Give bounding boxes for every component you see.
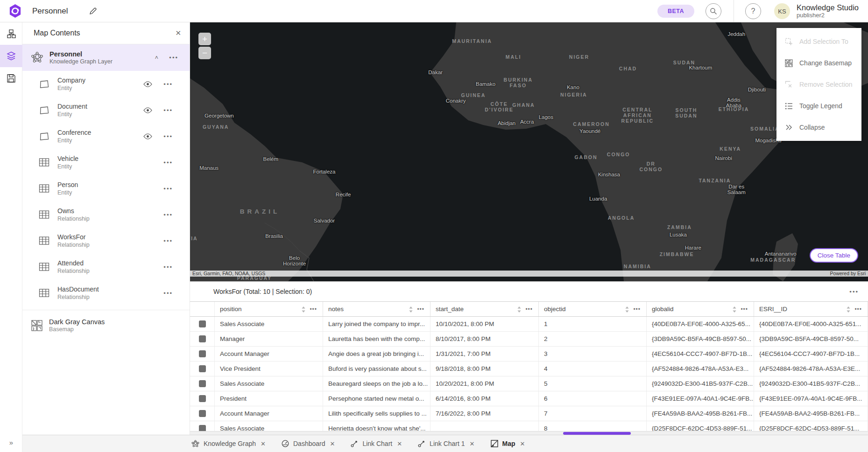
sort-icon[interactable] (517, 306, 522, 313)
column-options-icon[interactable]: ••• (525, 306, 533, 313)
layer-name: Company (57, 76, 85, 84)
tab-close-icon[interactable]: ✕ (397, 440, 402, 447)
tab-knowledge-graph[interactable]: Knowledge Graph ✕ (191, 440, 266, 448)
table-body: Sales Associate Larry joined the company… (190, 317, 868, 438)
data-model-button[interactable] (0, 22, 22, 45)
column-options-icon[interactable]: ••• (741, 306, 748, 313)
select-all-cell[interactable] (190, 302, 215, 316)
layer-options-icon[interactable]: ••• (163, 211, 173, 218)
help-button[interactable]: ? (745, 3, 761, 19)
table-options-icon[interactable]: ••• (849, 288, 859, 295)
avatar[interactable]: KS (774, 3, 790, 19)
column-options-icon[interactable]: ••• (310, 306, 317, 313)
layer-options-icon[interactable]: ••• (163, 237, 173, 244)
layer-type: Entity (57, 111, 87, 118)
row-checkbox[interactable] (199, 335, 206, 342)
column-header-notes[interactable]: notes ••• (323, 302, 430, 316)
expand-rail-button[interactable]: » (0, 435, 22, 449)
tab-label: Link Chart (362, 440, 392, 447)
collapse-layer-icon[interactable]: ˄ (155, 54, 158, 61)
layer-item-conference[interactable]: Conference Entity ••• (22, 123, 190, 149)
table-row[interactable]: Sales Associate Larry joined the company… (190, 317, 868, 332)
row-checkbox[interactable] (199, 350, 206, 357)
layer-options-icon[interactable]: ••• (163, 185, 173, 192)
table-row[interactable]: Sales Associate Beauregard sleeps on the… (190, 376, 868, 391)
layer-options-icon[interactable]: ••• (163, 290, 173, 297)
cell-start-date: 8/10/2017, 8:00 PM (430, 332, 539, 346)
table-row[interactable]: Manager Lauretta has been with the comp.… (190, 332, 868, 347)
layer-options-icon[interactable]: ••• (163, 159, 173, 166)
zoom-in-button[interactable]: + (198, 33, 211, 45)
tab-link-chart[interactable]: Link Chart ✕ (351, 440, 402, 447)
table-row[interactable]: President Persephone started new metal o… (190, 391, 868, 406)
map-contents-panel: Map Contents ✕ Personnel Knowledge Graph… (22, 22, 190, 435)
layer-item-personnel[interactable]: Personnel Knowledge Graph Layer ˄ ••• (22, 44, 190, 71)
layer-item-person[interactable]: Person Entity ••• (22, 175, 190, 202)
column-header-globalid[interactable]: globalid ••• (647, 302, 754, 316)
edit-title-icon[interactable] (89, 7, 97, 15)
layer-type: Entity (57, 84, 85, 92)
close-panel-icon[interactable]: ✕ (175, 29, 181, 37)
column-options-icon[interactable]: ••• (854, 306, 862, 313)
layer-item-company[interactable]: Company Entity ••• (22, 71, 190, 97)
sort-icon[interactable] (625, 306, 629, 313)
table-row[interactable]: Vice President Buford is very passionate… (190, 362, 868, 376)
layer-item-worksfor[interactable]: WorksFor Relationship ••• (22, 228, 190, 254)
row-checkbox[interactable] (199, 395, 206, 402)
layer-options-icon[interactable]: ••• (169, 54, 178, 61)
layer-options-icon[interactable]: ••• (163, 264, 173, 271)
close-table-button[interactable]: Close Table (810, 248, 858, 263)
column-header-objectid[interactable]: objectid ••• (539, 302, 647, 316)
visibility-eye-icon[interactable] (143, 133, 152, 139)
layer-item-owns[interactable]: Owns Relationship ••• (22, 202, 190, 228)
visibility-eye-icon[interactable] (143, 81, 152, 87)
tab-close-icon[interactable]: ✕ (330, 440, 335, 447)
row-checkbox[interactable] (199, 380, 206, 387)
column-header-start_date[interactable]: start_date ••• (430, 302, 539, 316)
layers-button[interactable] (0, 45, 22, 67)
sort-icon[interactable] (732, 306, 737, 313)
column-header-esri__id[interactable]: ESRI__ID ••• (754, 302, 868, 316)
layer-options-icon[interactable]: ••• (163, 133, 173, 140)
search-icon (710, 7, 717, 15)
column-label: notes (328, 306, 344, 313)
tab-dashboard[interactable]: Dashboard ✕ (282, 440, 335, 447)
sort-icon[interactable] (846, 306, 851, 313)
tab-close-icon[interactable]: ✕ (520, 440, 525, 447)
search-button[interactable] (706, 3, 721, 19)
row-checkbox[interactable] (199, 320, 206, 327)
zoom-out-button[interactable]: − (198, 47, 211, 59)
layer-item-vehicle[interactable]: Vehicle Entity ••• (22, 149, 190, 175)
horizontal-scrollbar[interactable] (190, 431, 868, 435)
attribution-esri: Powered by Esri (830, 271, 866, 277)
menu-item-add-selection: Add Selection To (776, 31, 861, 52)
tab-close-icon[interactable]: ✕ (261, 440, 266, 447)
save-button[interactable] (0, 67, 22, 90)
row-checkbox[interactable] (199, 365, 206, 372)
row-checkbox[interactable] (199, 410, 206, 417)
cell-position: Account Manager (215, 347, 323, 361)
sort-icon[interactable] (301, 306, 306, 313)
menu-item-collapse[interactable]: Collapse (776, 117, 861, 138)
column-options-icon[interactable]: ••• (633, 306, 641, 313)
column-header-position[interactable]: position ••• (215, 302, 323, 316)
layer-item-document[interactable]: Document Entity ••• (22, 97, 190, 123)
layer-item-hasdocument[interactable]: HasDocument Relationship ••• (22, 280, 190, 306)
map-view[interactable]: MAURITANIAMALINIGERSUDANCHADBURKINA FASO… (190, 22, 868, 281)
table-row[interactable]: Account Manager Angie does a great job b… (190, 347, 868, 362)
table-title: WorksFor (Total: 10 | Selection: 0) (213, 288, 312, 295)
menu-item-label: Toggle Legend (799, 102, 842, 110)
sort-icon[interactable] (409, 306, 413, 313)
menu-item-legend[interactable]: Toggle Legend (776, 95, 861, 117)
column-options-icon[interactable]: ••• (417, 306, 424, 313)
tab-map[interactable]: Map ✕ (491, 440, 525, 447)
layer-options-icon[interactable]: ••• (163, 107, 173, 114)
layer-item-attended[interactable]: Attended Relationship ••• (22, 254, 190, 280)
table-row[interactable]: Account Manager Lilith specifically sell… (190, 406, 868, 421)
tab-link-chart-1[interactable]: Link Chart 1 ✕ (418, 440, 474, 447)
layer-options-icon[interactable]: ••• (163, 81, 173, 88)
visibility-eye-icon[interactable] (143, 107, 152, 113)
tab-close-icon[interactable]: ✕ (470, 440, 475, 447)
menu-item-basemap[interactable]: Change Basemap (776, 52, 861, 74)
basemap-item[interactable]: Dark Gray Canvas Basemap (22, 311, 190, 340)
